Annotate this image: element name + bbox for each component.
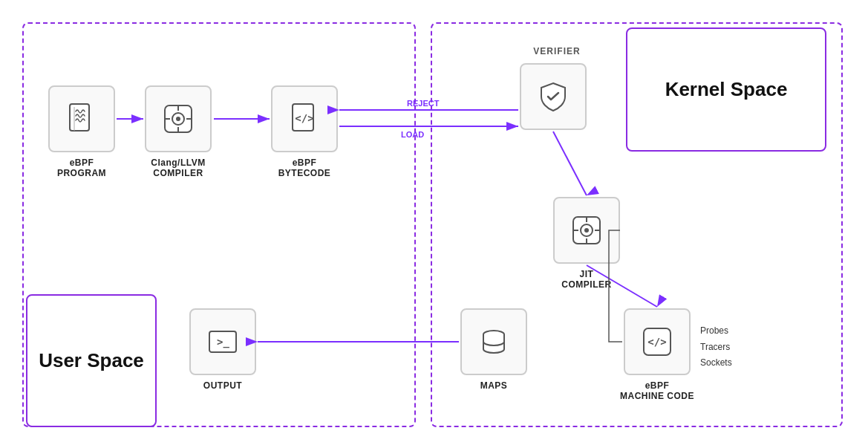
jit-compiler-icon [570,214,603,247]
maps-label: MAPS [460,380,527,391]
verifier-label: VERIFIER [520,46,594,56]
side-labels: Probes Tracers Sockets [700,323,732,371]
jit-compiler-icon-box [553,197,620,264]
verifier-icon [537,80,570,113]
output-icon: >_ [206,325,239,358]
verifier-icon-box [520,63,587,130]
svg-text:</>: </> [295,112,313,124]
user-space-label: User Space [39,349,144,372]
clang-compiler-label: Clang/LLVM COMPILER [137,158,219,178]
maps-icon [477,325,510,358]
kernel-space-label: Kernel Space [665,78,788,101]
tracers-label: Tracers [700,340,732,356]
ebpf-program-label: eBPF PROGRAM [48,158,115,178]
sockets-label: Sockets [700,355,732,371]
ebpf-bytecode-label: eBPF BYTECODE [264,158,345,178]
ebpf-bytecode-icon: </> [288,103,321,135]
output-label: OUTPUT [189,380,256,391]
svg-point-12 [584,228,589,233]
maps-icon-box [460,308,527,375]
kernel-space-box: Kernel Space [626,27,826,152]
clang-compiler-icon-box [145,85,212,152]
ebpf-machine-code-label: eBPF MACHINE CODE [609,380,705,401]
ebpf-program-icon [65,103,98,135]
ebpf-machine-code-icon-box: </> [624,308,691,375]
clang-compiler-icon [162,103,195,135]
ebpf-machine-code-icon: </> [641,325,673,358]
svg-text:>_: >_ [217,336,229,348]
user-space-box: User Space [26,294,157,427]
jit-compiler-label: JIT COMPILER [546,269,627,290]
diagram-container: Kernel Space User Space eBPF PROGRAM C [0,0,868,448]
output-icon-box: >_ [189,308,256,375]
svg-point-3 [176,117,180,121]
ebpf-program-icon-box [48,85,115,152]
probes-label: Probes [700,323,732,340]
svg-text:</>: </> [647,336,666,348]
ebpf-bytecode-icon-box: </> [271,85,338,152]
